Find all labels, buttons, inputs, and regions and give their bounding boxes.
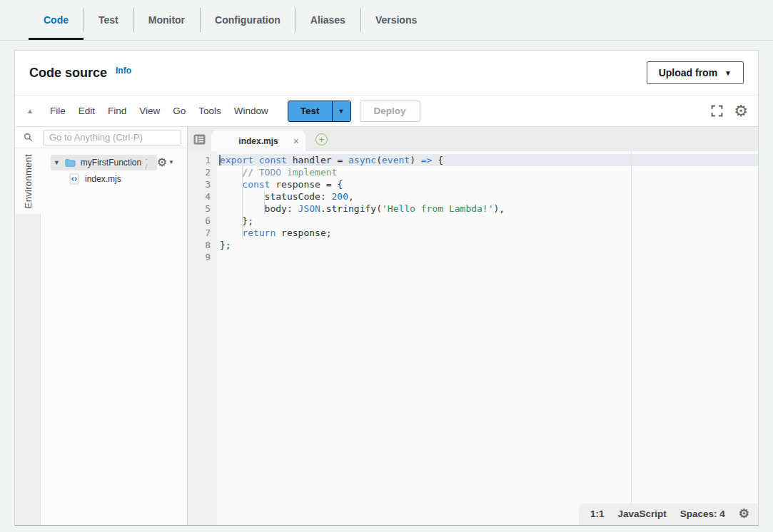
close-icon[interactable]: ×	[293, 136, 299, 146]
folder-name: myFirstFunction	[81, 158, 141, 168]
side-tab-strip: Environment	[15, 148, 41, 525]
function-nav: CodeTestMonitorConfigurationAliasesVersi…	[0, 0, 773, 41]
tab-monitor[interactable]: Monitor	[133, 0, 200, 40]
search-icon	[24, 131, 33, 143]
tree-row-file[interactable]: index.mjs	[41, 170, 187, 187]
code-line[interactable]	[217, 251, 758, 263]
code-lines: export const handler = async(event) => {…	[217, 154, 758, 263]
function-nav-tabs: CodeTestMonitorConfigurationAliasesVersi…	[29, 0, 432, 40]
tab-aliases[interactable]: Aliases	[295, 0, 360, 40]
code-source-header: Code source Info Upload from ▼	[15, 51, 758, 96]
line-number[interactable]: 9	[188, 251, 211, 263]
tab-versions[interactable]: Versions	[360, 0, 432, 40]
editor-tab-indexmjs[interactable]: index.mjs ×	[211, 131, 305, 151]
line-number[interactable]: 1	[188, 154, 211, 166]
goto-anything-input[interactable]	[43, 130, 181, 145]
menu-window[interactable]: Window	[228, 106, 275, 116]
line-number[interactable]: 2	[188, 166, 211, 178]
file-tree: ▼ myFirstFunction - / ⚙▼	[41, 148, 187, 525]
code-line[interactable]: statusCode: 200,	[217, 190, 758, 203]
editor-tabstrip: index.mjs × +	[188, 127, 758, 151]
toolbar-right: ⚙	[711, 103, 748, 119]
editor-main: Environment ▼ myFirstFunction - /	[15, 127, 758, 525]
line-number[interactable]: 5	[188, 203, 211, 215]
code-line[interactable]: const response = {	[217, 178, 758, 190]
new-tab-plus-icon[interactable]: +	[315, 133, 328, 145]
folder-row-highlight: ▼ myFirstFunction - /	[51, 155, 157, 170]
menu-tools[interactable]: Tools	[192, 106, 228, 116]
menu-view[interactable]: View	[133, 106, 166, 116]
test-split-button: Test ▼	[288, 101, 351, 122]
test-button[interactable]: Test	[288, 101, 332, 121]
statusbar-gear-icon[interactable]: ⚙	[739, 508, 749, 520]
info-link[interactable]: Info	[116, 66, 131, 76]
deploy-button[interactable]: Deploy	[360, 101, 420, 122]
editor-settings-gear-icon[interactable]: ⚙	[734, 103, 748, 119]
text-cursor	[219, 155, 221, 165]
fullscreen-icon[interactable]	[711, 105, 723, 117]
editor-column: index.mjs × + 123456789 export const han…	[188, 127, 758, 525]
code-editor: 123456789 export const handler = async(e…	[188, 151, 758, 525]
page-title: Code source	[29, 66, 107, 81]
collapse-up-icon[interactable]: ▲	[26, 107, 34, 115]
folder-icon	[65, 158, 76, 168]
explorer-body: Environment ▼ myFirstFunction - /	[15, 148, 187, 525]
menu-file[interactable]: File	[44, 106, 72, 116]
test-dropdown-button[interactable]: ▼	[332, 101, 350, 121]
cursor-position[interactable]: 1:1	[590, 508, 605, 519]
code-line[interactable]: };	[217, 239, 758, 251]
tab-list-icon[interactable]	[193, 134, 206, 145]
file-name: index.mjs	[85, 174, 121, 184]
file-explorer-pane: Environment ▼ myFirstFunction - /	[15, 127, 188, 525]
line-number[interactable]: 8	[188, 239, 211, 251]
goto-anything-row	[15, 127, 187, 148]
code-line[interactable]: // TODO implement	[217, 166, 758, 178]
line-number[interactable]: 3	[188, 178, 211, 190]
line-number[interactable]: 6	[188, 215, 211, 227]
editor-statusbar: 1:1 JavaScript Spaces: 4 ⚙	[579, 503, 758, 525]
caret-down-icon[interactable]: ▼	[54, 159, 60, 166]
line-number[interactable]: 7	[188, 227, 211, 239]
language-mode[interactable]: JavaScript	[617, 508, 666, 519]
environment-tab[interactable]: Environment	[15, 148, 41, 214]
editor-toolbar: ▲ FileEditFindViewGoToolsWindow Test ▼ D…	[15, 96, 758, 127]
chevron-down-icon: ▼	[724, 69, 732, 77]
code-source-panel: Code source Info Upload from ▼ ▲ FileEdi…	[14, 50, 759, 526]
upload-from-button[interactable]: Upload from ▼	[647, 61, 744, 84]
code-line[interactable]: export const handler = async(event) => {	[217, 154, 758, 166]
code-line[interactable]: };	[217, 215, 758, 227]
tab-test[interactable]: Test	[84, 0, 133, 40]
code-pane[interactable]: export const handler = async(event) => {…	[217, 151, 758, 525]
menu-edit[interactable]: Edit	[72, 106, 101, 116]
folder-suffix: - /	[145, 154, 151, 171]
js-file-icon	[69, 173, 79, 185]
editor-menubar: FileEditFindViewGoToolsWindow	[44, 106, 275, 116]
tab-configuration[interactable]: Configuration	[200, 0, 295, 40]
menu-go[interactable]: Go	[166, 106, 192, 116]
tab-code[interactable]: Code	[29, 0, 84, 40]
code-line[interactable]: return response;	[217, 227, 758, 239]
menu-find[interactable]: Find	[101, 106, 133, 116]
line-number-gutter: 123456789	[188, 151, 217, 525]
spaces-setting[interactable]: Spaces: 4	[680, 508, 725, 519]
code-line[interactable]: body: JSON.stringify('Hello from Lambda!…	[217, 203, 758, 215]
tree-settings-gear-icon[interactable]: ⚙▼	[157, 157, 174, 168]
tree-row-folder[interactable]: ▼ myFirstFunction - / ⚙▼	[41, 154, 187, 170]
line-number[interactable]: 4	[188, 190, 211, 203]
